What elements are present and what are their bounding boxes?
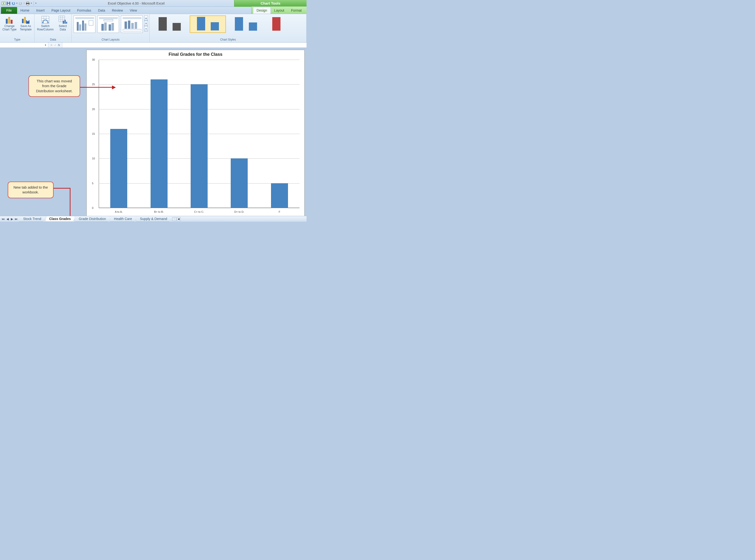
svg-rect-50 bbox=[123, 29, 141, 31]
template-save-icon bbox=[21, 16, 30, 24]
sheet-tab[interactable]: Supply & Demand bbox=[136, 216, 171, 222]
chart-style-4[interactable] bbox=[266, 16, 283, 33]
group-label-chart-layouts: Chart Layouts bbox=[73, 37, 148, 42]
tab-review[interactable]: Review bbox=[109, 7, 126, 14]
svg-rect-32 bbox=[66, 22, 67, 24]
y-tick-label: 0 bbox=[92, 206, 94, 209]
annotation-arrow-2b bbox=[70, 188, 70, 216]
svg-rect-34 bbox=[77, 22, 79, 31]
switch-row-column-button[interactable]: Switch Row/Column bbox=[36, 15, 55, 32]
annotation-arrow-2a bbox=[54, 188, 70, 188]
print-icon[interactable] bbox=[26, 1, 30, 5]
group-label-type: Type bbox=[1, 37, 33, 42]
svg-text:X: X bbox=[3, 2, 5, 5]
svg-rect-42 bbox=[104, 22, 107, 31]
ribbon-group-chart-layouts: ▲ ▼ ▾ Chart Layouts bbox=[72, 14, 150, 42]
group-label-data: Data bbox=[36, 37, 70, 42]
tab-formulas[interactable]: Formulas bbox=[74, 7, 95, 14]
tab-layout[interactable]: Layout bbox=[271, 7, 288, 14]
redo-icon[interactable] bbox=[18, 1, 23, 5]
tab-scroll-left[interactable]: ◀ bbox=[177, 217, 181, 221]
svg-rect-17 bbox=[27, 20, 29, 21]
tab-page-layout[interactable]: Page Layout bbox=[48, 7, 74, 14]
svg-rect-13 bbox=[11, 20, 13, 24]
sheet-nav-next[interactable]: ▶ bbox=[9, 217, 14, 221]
chart-bar[interactable] bbox=[110, 129, 127, 208]
svg-rect-35 bbox=[79, 24, 81, 31]
chart-bar[interactable] bbox=[271, 183, 288, 208]
svg-rect-4 bbox=[7, 4, 9, 5]
switch-row-col-icon bbox=[41, 16, 50, 24]
chart-bar[interactable] bbox=[150, 79, 167, 208]
chart-style-3[interactable] bbox=[228, 16, 264, 33]
x-tick-label: F bbox=[279, 210, 280, 213]
svg-rect-49 bbox=[135, 22, 137, 29]
layout-gallery-more[interactable]: ▾ bbox=[144, 26, 148, 32]
chart-object[interactable]: Final Grades for the Class 051015202530A… bbox=[86, 50, 305, 217]
sheet-nav-last[interactable]: ⏭ bbox=[14, 217, 18, 221]
chart-layout-3[interactable] bbox=[121, 16, 143, 33]
select-data-button[interactable]: Select Data bbox=[56, 15, 70, 32]
svg-rect-36 bbox=[82, 21, 84, 31]
sheet-nav-first[interactable]: ⏮ bbox=[1, 217, 5, 221]
name-box[interactable]: ▼ bbox=[0, 42, 48, 47]
sheet-tab[interactable]: Health Care bbox=[110, 216, 136, 222]
sheet-nav-prev[interactable]: ◀ bbox=[5, 217, 9, 221]
tab-format[interactable]: Format bbox=[288, 7, 305, 14]
annotation-callout-moved: This chart was moved from the Grade Dist… bbox=[28, 75, 80, 97]
svg-rect-30 bbox=[63, 21, 64, 24]
fx-icon[interactable]: fx bbox=[58, 43, 60, 47]
chart-style-2[interactable] bbox=[190, 16, 226, 33]
layout-scroll-up[interactable]: ▲ bbox=[144, 16, 148, 21]
chart-layout-1[interactable] bbox=[74, 16, 95, 33]
undo-icon[interactable] bbox=[11, 1, 16, 5]
excel-icon[interactable]: X bbox=[1, 1, 6, 5]
title-bar: X ▼ ▼ ▼ ▼ Excel Objective 4.00 - Microso… bbox=[0, 0, 307, 7]
formula-input[interactable] bbox=[62, 42, 307, 47]
svg-rect-38 bbox=[89, 21, 93, 25]
chart-style-1[interactable] bbox=[151, 16, 188, 33]
window-title: Excel Objective 4.00 - Microsoft Excel bbox=[38, 1, 234, 5]
x-tick-label: B+ to B- bbox=[154, 210, 164, 213]
layout-scroll-down[interactable]: ▼ bbox=[144, 21, 148, 26]
ribbon: Change Chart Type Save As Template Type … bbox=[0, 14, 307, 42]
tab-view[interactable]: View bbox=[126, 7, 140, 14]
svg-rect-45 bbox=[123, 17, 141, 19]
chart-layouts-scroll: ▲ ▼ ▾ bbox=[144, 15, 148, 32]
ribbon-group-data: Switch Row/Column Select Data Data bbox=[35, 14, 72, 42]
tab-scroll-splitter[interactable]: ⋮ bbox=[172, 217, 176, 221]
formula-bar: ▼ ✕ ✓ fx bbox=[0, 42, 307, 48]
x-tick-label: A to A- bbox=[115, 210, 123, 213]
name-box-dropdown-icon[interactable]: ▼ bbox=[44, 44, 46, 46]
tab-insert[interactable]: Insert bbox=[33, 7, 48, 14]
ribbon-group-chart-styles: Chart Styles bbox=[150, 14, 307, 42]
svg-rect-9 bbox=[27, 4, 29, 5]
chart-layout-2[interactable] bbox=[97, 16, 119, 33]
sheet-tab[interactable]: Stock Trend bbox=[19, 216, 45, 222]
save-as-template-button[interactable]: Save As Template bbox=[18, 15, 33, 32]
chart-bar[interactable] bbox=[231, 158, 248, 208]
sheet-tab[interactable]: Class Grades bbox=[45, 216, 75, 222]
svg-rect-40 bbox=[104, 20, 113, 21]
y-tick-label: 15 bbox=[92, 132, 95, 135]
tab-data[interactable]: Data bbox=[95, 7, 109, 14]
y-tick-label: 30 bbox=[92, 58, 95, 61]
tab-file[interactable]: File bbox=[1, 7, 17, 14]
sheet-tab[interactable]: Grade Distribution bbox=[75, 216, 110, 222]
cancel-icon[interactable]: ✕ bbox=[50, 43, 53, 47]
svg-rect-3 bbox=[7, 2, 9, 3]
chart-plot-area[interactable]: 051015202530A to A-B+ to B-C+ to C-D+ to… bbox=[99, 60, 300, 208]
sheet-tab-bar: ⏮ ◀ ▶ ⏭ Stock TrendClass GradesGrade Dis… bbox=[0, 216, 307, 222]
svg-rect-11 bbox=[6, 19, 8, 24]
confirm-icon[interactable]: ✓ bbox=[54, 43, 57, 47]
chart-bar[interactable] bbox=[191, 84, 208, 208]
svg-rect-47 bbox=[128, 21, 130, 29]
tab-design[interactable]: Design bbox=[253, 7, 271, 14]
tab-home[interactable]: Home bbox=[17, 7, 33, 14]
chart-title[interactable]: Final Grades for the Class bbox=[87, 50, 304, 58]
svg-rect-14 bbox=[22, 19, 24, 23]
chart-tools-tabs: Design Layout Format bbox=[251, 6, 307, 14]
change-chart-type-button[interactable]: Change Chart Type bbox=[1, 15, 17, 32]
svg-rect-15 bbox=[24, 17, 26, 23]
save-icon[interactable] bbox=[6, 1, 11, 5]
